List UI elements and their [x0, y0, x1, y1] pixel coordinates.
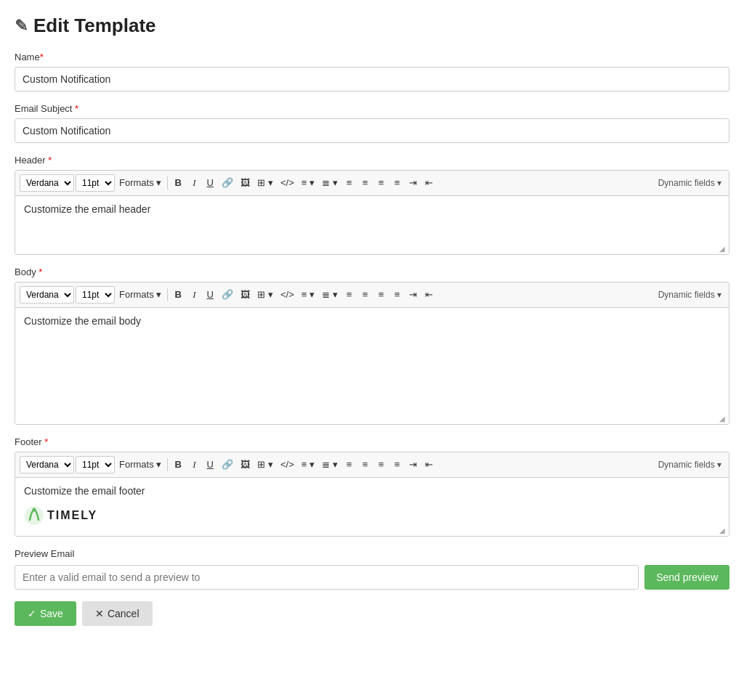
body-table-btn[interactable]: ⊞ ▾: [254, 287, 276, 303]
cancel-x-icon: ✕: [95, 608, 104, 619]
footer-field-group: Footer * Verdana 11pt Formats ▾ B I U 🔗 …: [15, 436, 729, 537]
header-bold-btn[interactable]: B: [171, 175, 185, 191]
header-ordered-list-btn[interactable]: ≡ ▾: [299, 175, 318, 191]
header-dynamic-fields-btn[interactable]: Dynamic fields ▾: [655, 176, 724, 190]
body-image-btn[interactable]: 🖼: [238, 287, 253, 303]
body-field-group: Body * Verdana 11pt Formats ▾ B I U 🔗 🖼 …: [15, 266, 729, 425]
body-underline-btn[interactable]: U: [203, 287, 217, 303]
edit-icon: ✎: [15, 17, 28, 36]
body-editor-content[interactable]: Customize the email body ◢: [15, 308, 729, 424]
footer-ordered-list-btn[interactable]: ≡ ▾: [299, 457, 318, 473]
footer-size-select[interactable]: 11pt: [76, 456, 115, 473]
footer-outdent-btn[interactable]: ⇤: [422, 457, 437, 473]
header-indent-btn[interactable]: ⇥: [406, 175, 421, 191]
name-field-group: Name*: [15, 52, 729, 91]
toolbar-sep-1: [167, 176, 168, 190]
header-resize-handle: ◢: [719, 245, 727, 252]
page-title-area: ✎ Edit Template: [15, 15, 729, 37]
email-subject-required-marker: *: [72, 103, 78, 114]
name-input[interactable]: [15, 67, 729, 91]
body-align-left-btn[interactable]: ≡: [342, 287, 357, 303]
header-code-btn[interactable]: </>: [278, 175, 297, 191]
footer-dynamic-fields-btn[interactable]: Dynamic fields ▾: [655, 458, 724, 471]
cancel-button[interactable]: ✕ Cancel: [82, 601, 153, 626]
footer-editor-content[interactable]: Customize the email footer TIMELY ◢: [15, 478, 729, 536]
footer-unordered-list-btn[interactable]: ≣ ▾: [319, 457, 341, 473]
footer-code-btn[interactable]: </>: [278, 457, 297, 473]
timely-logo-icon: [24, 505, 44, 526]
toolbar-sep-3: [167, 458, 168, 471]
header-unordered-list-btn[interactable]: ≣ ▾: [319, 175, 341, 191]
header-align-left-btn[interactable]: ≡: [342, 175, 357, 191]
body-dynamic-fields-btn[interactable]: Dynamic fields ▾: [655, 288, 724, 301]
footer-table-btn[interactable]: ⊞ ▾: [254, 457, 276, 473]
name-required-marker: *: [40, 52, 44, 62]
header-align-right-btn[interactable]: ≡: [374, 175, 389, 191]
save-checkmark-icon: ✓: [28, 608, 36, 619]
footer-link-btn[interactable]: 🔗: [219, 457, 236, 473]
name-label: Name*: [15, 52, 729, 62]
body-indent-btn[interactable]: ⇥: [406, 287, 421, 303]
header-editor-wrapper: Verdana 11pt Formats ▾ B I U 🔗 🖼 ⊞ ▾ </>…: [15, 170, 729, 255]
body-size-select[interactable]: 11pt: [76, 286, 115, 304]
body-unordered-list-btn[interactable]: ≣ ▾: [319, 287, 341, 303]
footer-logo-area: TIMELY: [24, 505, 720, 526]
body-italic-btn[interactable]: I: [187, 287, 201, 303]
footer-formats-btn[interactable]: Formats ▾: [116, 457, 164, 473]
send-preview-button[interactable]: Send preview: [644, 565, 729, 590]
page-title: Edit Template: [33, 15, 156, 37]
preview-label: Preview Email: [15, 548, 729, 559]
timely-logo-text: TIMELY: [47, 509, 97, 522]
footer-image-btn[interactable]: 🖼: [238, 457, 253, 473]
body-formats-btn[interactable]: Formats ▾: [116, 287, 164, 303]
header-size-select[interactable]: 11pt: [76, 174, 115, 192]
header-outdent-btn[interactable]: ⇤: [422, 175, 437, 191]
header-field-group: Header * Verdana 11pt Formats ▾ B I U 🔗 …: [15, 155, 729, 255]
header-align-justify-btn[interactable]: ≡: [390, 175, 405, 191]
body-align-center-btn[interactable]: ≡: [358, 287, 373, 303]
header-italic-btn[interactable]: I: [187, 175, 201, 191]
body-required-marker: *: [36, 266, 43, 277]
svg-point-1: [33, 508, 36, 512]
header-formats-btn[interactable]: Formats ▾: [116, 175, 164, 191]
body-align-justify-btn[interactable]: ≡: [390, 287, 405, 303]
header-align-center-btn[interactable]: ≡: [358, 175, 373, 191]
footer-indent-btn[interactable]: ⇥: [406, 457, 421, 473]
save-button[interactable]: ✓ Save: [15, 601, 76, 626]
body-align-right-btn[interactable]: ≡: [374, 287, 389, 303]
email-subject-label: Email Subject *: [15, 103, 729, 114]
header-underline-btn[interactable]: U: [203, 175, 217, 191]
header-editor-content[interactable]: Customize the email header ◢: [15, 196, 729, 254]
footer-required-marker: *: [42, 436, 49, 447]
body-link-btn[interactable]: 🔗: [219, 287, 236, 303]
body-resize-handle: ◢: [719, 415, 727, 422]
footer-align-left-btn[interactable]: ≡: [342, 457, 357, 473]
footer-align-justify-btn[interactable]: ≡: [390, 457, 405, 473]
body-bold-btn[interactable]: B: [171, 287, 185, 303]
footer-toolbar: Verdana 11pt Formats ▾ B I U 🔗 🖼 ⊞ ▾ </>…: [15, 452, 729, 478]
body-code-btn[interactable]: </>: [278, 287, 297, 303]
footer-editor-wrapper: Verdana 11pt Formats ▾ B I U 🔗 🖼 ⊞ ▾ </>…: [15, 452, 729, 537]
header-table-btn[interactable]: ⊞ ▾: [254, 175, 276, 191]
body-ordered-list-btn[interactable]: ≡ ▾: [299, 287, 318, 303]
footer-bold-btn[interactable]: B: [171, 457, 185, 473]
body-label: Body *: [15, 266, 729, 277]
footer-underline-btn[interactable]: U: [203, 457, 217, 473]
body-outdent-btn[interactable]: ⇤: [422, 287, 437, 303]
timely-logo: TIMELY: [24, 505, 97, 526]
body-font-select[interactable]: Verdana: [20, 286, 74, 304]
header-link-btn[interactable]: 🔗: [219, 175, 236, 191]
email-subject-input[interactable]: [15, 118, 729, 143]
footer-text: Customize the email footer: [24, 485, 720, 497]
footer-font-select[interactable]: Verdana: [20, 456, 74, 473]
preview-email-input[interactable]: [15, 565, 639, 590]
header-required-marker: *: [46, 155, 52, 166]
email-subject-field-group: Email Subject *: [15, 103, 729, 143]
body-editor-wrapper: Verdana 11pt Formats ▾ B I U 🔗 🖼 ⊞ ▾ </>…: [15, 282, 729, 425]
body-toolbar: Verdana 11pt Formats ▾ B I U 🔗 🖼 ⊞ ▾ </>…: [15, 282, 729, 308]
header-font-select[interactable]: Verdana: [20, 174, 74, 192]
footer-italic-btn[interactable]: I: [187, 457, 201, 473]
footer-align-center-btn[interactable]: ≡: [358, 457, 373, 473]
header-image-btn[interactable]: 🖼: [238, 175, 253, 191]
footer-align-right-btn[interactable]: ≡: [374, 457, 389, 473]
